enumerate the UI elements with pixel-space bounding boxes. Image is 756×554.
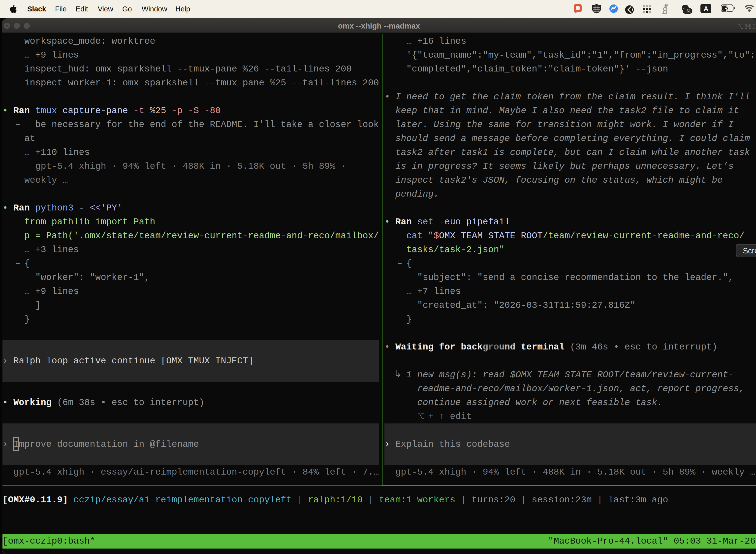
svg-text:1: 1 (752, 22, 756, 30)
svg-text:A: A (704, 5, 708, 12)
svg-text:..61: ..61 (684, 9, 691, 13)
